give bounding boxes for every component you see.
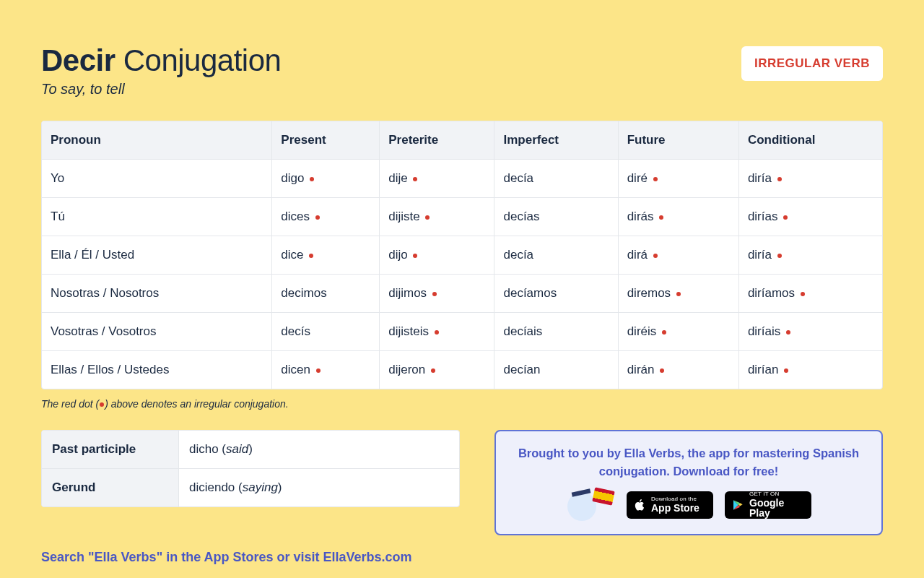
- irregular-dot-icon: [786, 330, 790, 335]
- pronoun-cell: Ella / Él / Usted: [42, 236, 272, 275]
- irregular-dot-icon: [777, 177, 782, 181]
- irregular-dot-icon: [315, 215, 320, 220]
- conjugation-cell: diré: [619, 160, 739, 198]
- pronoun-cell: Tú: [42, 198, 272, 236]
- google-play-icon: [731, 498, 745, 512]
- conjugation-cell: decías: [494, 198, 618, 236]
- gerund-label: Gerund: [42, 469, 179, 506]
- irregular-dot-icon: [784, 368, 788, 373]
- mascot-icon: [566, 489, 615, 521]
- conjugation-cell: dije: [380, 160, 494, 198]
- visit-link[interactable]: visit EllaVerbs.com: [294, 550, 412, 564]
- table-header: Future: [619, 121, 739, 160]
- irregular-dot-icon: [309, 254, 313, 258]
- table-row: Vosotras / Vosotrosdecís dijisteis decía…: [42, 313, 882, 351]
- conjugation-table: PronounPresentPreteriteImperfectFutureCo…: [41, 121, 883, 389]
- conjugation-cell: decíamos: [494, 275, 618, 313]
- conjugation-cell: dijo: [380, 236, 494, 275]
- table-header: Conditional: [739, 121, 882, 160]
- conjugation-cell: decimos: [272, 275, 380, 313]
- pronoun-cell: Nosotras / Nosotros: [42, 275, 272, 313]
- conjugation-cell: dice: [272, 236, 380, 275]
- conjugation-cell: decían: [494, 351, 618, 389]
- conjugation-cell: diría: [739, 160, 882, 198]
- conjugation-cell: dirá: [619, 236, 739, 275]
- verb-translation: To say, to tell: [41, 81, 281, 98]
- promo-box: Brought to you by Ella Verbs, the app fo…: [494, 430, 883, 535]
- verb-name: Decir: [41, 43, 116, 77]
- table-row: Túdices dijiste decías dirás dirías: [42, 198, 882, 236]
- irregular-badge: IRREGULAR VERB: [741, 46, 883, 81]
- conjugation-cell: dirías: [739, 198, 882, 236]
- gerund-value: diciendo (saying): [179, 469, 459, 506]
- table-row: Yodigo dije decía diré diría: [42, 160, 882, 198]
- participle-table: Past participle dicho (said) Gerund dici…: [41, 430, 460, 507]
- conjugation-cell: dirás: [619, 198, 739, 236]
- pronoun-cell: Yo: [42, 160, 272, 198]
- table-row: Ellas / Ellos / Ustedesdicen dijeron dec…: [42, 351, 882, 389]
- conjugation-cell: decía: [494, 160, 618, 198]
- conjugation-cell: diríais: [739, 313, 882, 351]
- irregular-dot-icon: [653, 177, 658, 181]
- table-header: Imperfect: [494, 121, 618, 160]
- caption: Search "Ella Verbs" in the App Stores or…: [41, 550, 883, 565]
- conjugation-cell: decís: [272, 313, 380, 351]
- irregular-dot-icon: [660, 368, 664, 373]
- conjugation-cell: decía: [494, 236, 618, 275]
- irregular-dot-icon: [431, 368, 435, 373]
- irregular-dot-icon: [662, 330, 666, 335]
- pronoun-cell: Vosotras / Vosotros: [42, 313, 272, 351]
- conjugation-cell: dijiste: [380, 198, 494, 236]
- past-participle-value: dicho (said): [179, 431, 459, 469]
- conjugation-cell: dijisteis: [380, 313, 494, 351]
- google-play-badge[interactable]: GET IT ON Google Play: [725, 491, 811, 519]
- conjugation-cell: diríamos: [739, 275, 882, 313]
- irregular-dot-icon: [413, 177, 417, 181]
- conjugation-cell: digo: [272, 160, 380, 198]
- irregular-dot-icon: [316, 368, 321, 373]
- page-title: Decir Conjugation: [41, 43, 281, 78]
- conjugation-cell: dijimos: [380, 275, 494, 313]
- irregular-dot-icon: [435, 330, 439, 335]
- table-row: Nosotras / Nosotrosdecimos dijimos decía…: [42, 275, 882, 313]
- conjugation-cell: dijeron: [380, 351, 494, 389]
- conjugation-cell: dirían: [739, 351, 882, 389]
- conjugation-cell: diremos: [619, 275, 739, 313]
- footnote: The red dot () above denotes an irregula…: [41, 398, 883, 410]
- conjugation-cell: dicen: [272, 351, 380, 389]
- past-participle-label: Past participle: [42, 431, 179, 469]
- irregular-dot-icon: [425, 215, 430, 220]
- table-header: Pronoun: [42, 121, 272, 160]
- irregular-dot-icon: [413, 254, 417, 258]
- irregular-dot-icon: [801, 292, 805, 296]
- app-store-badge[interactable]: Download on the App Store: [627, 491, 713, 519]
- irregular-dot-icon: [653, 254, 658, 258]
- conjugation-cell: diría: [739, 236, 882, 275]
- table-header: Present: [272, 121, 380, 160]
- table-row: Ella / Él / Usteddice dijo decía dirá di…: [42, 236, 882, 275]
- apple-icon: [632, 498, 647, 512]
- irregular-dot-icon: [100, 402, 104, 407]
- irregular-dot-icon: [659, 215, 663, 220]
- irregular-dot-icon: [777, 254, 782, 258]
- irregular-dot-icon: [783, 215, 788, 220]
- conjugation-cell: dirán: [619, 351, 739, 389]
- pronoun-cell: Ellas / Ellos / Ustedes: [42, 351, 272, 389]
- conjugation-cell: diréis: [619, 313, 739, 351]
- irregular-dot-icon: [432, 292, 437, 296]
- promo-text: Brought to you by Ella Verbs, the app fo…: [513, 444, 864, 480]
- conjugation-cell: decíais: [494, 313, 618, 351]
- irregular-dot-icon: [310, 177, 314, 181]
- conjugation-cell: dices: [272, 198, 380, 236]
- irregular-dot-icon: [676, 292, 681, 296]
- conjugation-label: Conjugation: [123, 43, 282, 77]
- table-header: Preterite: [380, 121, 494, 160]
